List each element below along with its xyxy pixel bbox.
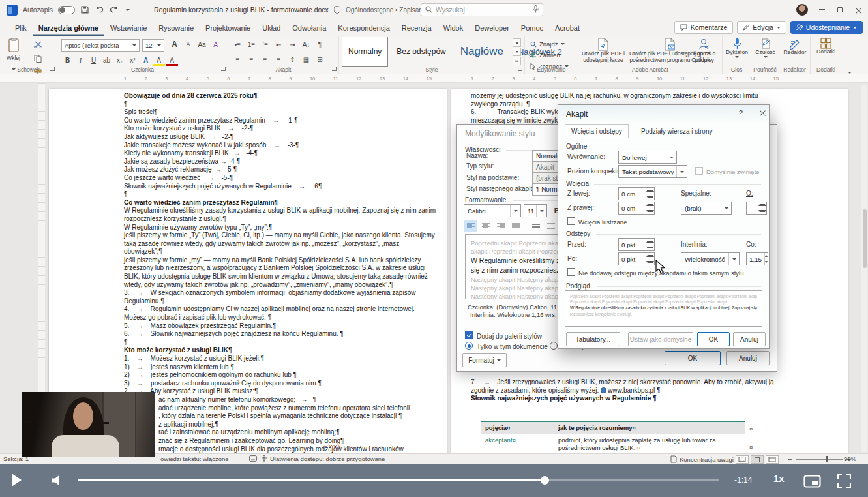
web-layout-icon[interactable] (766, 455, 779, 464)
voice-search-mic-icon[interactable] (533, 4, 539, 16)
change-case-icon[interactable]: Aa (196, 38, 208, 50)
tab-układ[interactable]: Układ (256, 21, 286, 36)
editor-button[interactable]: Redaktor (779, 38, 811, 56)
superscript-icon[interactable]: x² (127, 54, 139, 66)
cut-icon[interactable] (34, 39, 42, 51)
spacing-before-spinner[interactable]: 0 pkt (618, 238, 655, 251)
special-indent-dropdown[interactable]: (brak) (681, 202, 732, 215)
sensitivity-button[interactable]: Czułość (751, 38, 779, 58)
share-button[interactable]: Udostępnianie (790, 21, 863, 34)
new-documents-radio[interactable] (550, 342, 558, 350)
zoom-slider[interactable]: − + (788, 455, 851, 463)
scrollbar-thumb[interactable] (863, 209, 867, 268)
modify-ok-button[interactable]: OK (665, 351, 721, 365)
pip-icon[interactable] (803, 475, 821, 490)
format-size-dropdown[interactable]: 11 (524, 204, 547, 217)
undo-icon[interactable] (95, 5, 104, 14)
style-bez-odstępów[interactable]: Bez odstępów (391, 37, 451, 67)
modify-cancel-button[interactable]: Anuluj (726, 351, 770, 365)
playback-speed[interactable]: 1x (773, 473, 785, 484)
numbering-icon[interactable]: 1≡ (245, 38, 258, 50)
sort-icon[interactable]: A↕ (300, 38, 312, 50)
line-spacing-dropdown[interactable]: Wielokrotność (681, 252, 740, 265)
minimize-icon[interactable] (817, 5, 826, 14)
maximize-icon[interactable] (835, 5, 845, 14)
outline-level-dropdown[interactable]: Tekst podstawowy (618, 165, 687, 178)
text-effects-icon[interactable]: A (140, 54, 152, 66)
zoom-level[interactable]: 98% (844, 455, 856, 462)
text-predictions-status[interactable]: owiedzi tekstu: włączone (160, 455, 229, 462)
document-scrollbar[interactable] (861, 85, 867, 452)
tab-narzędzia-główne[interactable]: Narzędzia główne (33, 21, 104, 36)
line-spacing-at-spinner[interactable]: 1,15 (746, 252, 768, 265)
increase-indent-icon[interactable]: ⇥ (286, 38, 299, 50)
mirror-indents-checkbox[interactable] (567, 217, 575, 225)
no-space-same-style-checkbox[interactable] (567, 268, 575, 276)
shading-icon[interactable]: ▦ (300, 53, 312, 65)
style-normalny[interactable]: Normalny (342, 37, 388, 67)
italic-icon[interactable]: I (74, 54, 87, 66)
create-pdf-link-button[interactable]: Utwórz plik PDF iudostępnij łącze (580, 38, 627, 63)
tab-acrobat[interactable]: Acrobat (549, 21, 586, 36)
bullets-icon[interactable]: •≡ (232, 38, 244, 50)
highlight-icon[interactable]: A (153, 54, 165, 66)
subscript-icon[interactable]: x₂ (113, 54, 126, 66)
dictate-button[interactable]: Dyktafon (723, 38, 751, 58)
format-font-dropdown[interactable]: Calibri (464, 204, 521, 217)
line-spacing-icon[interactable]: ⇕ (286, 53, 299, 65)
align-right-icon[interactable]: ≡ (259, 53, 271, 65)
dialog-launcher-icon[interactable] (518, 67, 522, 71)
tab-widok[interactable]: Widok (438, 21, 470, 36)
tab-plik[interactable]: Plik (9, 21, 33, 36)
strikethrough-icon[interactable]: ab (100, 54, 113, 66)
tab-korespondencja[interactable]: Korespondencja (332, 21, 396, 36)
replace-button[interactable]: Zamień (530, 50, 569, 60)
styles-more-icon[interactable]: ≂ (513, 57, 521, 65)
dialog-launcher-icon[interactable] (332, 67, 337, 71)
accessibility-status[interactable]: Ułatwienia dostępu: dobrze przygotowane (261, 455, 385, 462)
dialog-launcher-icon[interactable] (221, 67, 226, 71)
paragraph-dialog[interactable]: Akapit ? Wcięcia i odstępy Podziały wier… (558, 104, 770, 349)
volume-icon[interactable] (52, 475, 62, 489)
copy-icon[interactable] (34, 53, 42, 65)
autosave-toggle[interactable] (58, 6, 75, 14)
borders-icon[interactable]: ⊞ (314, 53, 326, 65)
tab-indents-spacing[interactable]: Wcięcia i odstępy (565, 124, 629, 138)
align-center-icon[interactable]: ≡ (245, 53, 258, 65)
show-marks-icon[interactable]: ¶ (314, 38, 326, 50)
link-globe-icon[interactable] (601, 387, 606, 393)
horizontal-ruler[interactable]: 123456789101112131415 123456789101112131… (0, 74, 868, 83)
print-layout-icon[interactable] (751, 455, 764, 464)
tab-deweloper[interactable]: Deweloper (469, 21, 515, 36)
save-icon[interactable] (80, 5, 89, 14)
font-size-combobox[interactable]: 12 (142, 39, 164, 52)
alignment-dropdown[interactable]: Do lewej (618, 151, 677, 164)
justify-button[interactable] (509, 220, 522, 232)
format-menu-button[interactable]: Formatuj (462, 353, 507, 367)
paragraph-ok-button[interactable]: OK (697, 332, 730, 346)
spacing-after-spinner[interactable]: 0 pkt (618, 252, 655, 265)
tabs-button[interactable]: Tabulatory... (566, 332, 620, 346)
font-color-icon[interactable]: A (166, 54, 178, 66)
read-mode-icon[interactable] (736, 455, 749, 464)
decrease-indent-icon[interactable]: ⇤ (273, 38, 285, 50)
tab-line-page-breaks[interactable]: Podziały wiersza i strony (635, 124, 718, 138)
request-signatures-button[interactable]: Poproś opodpisy (688, 38, 721, 63)
play-icon[interactable] (10, 473, 22, 490)
close-icon[interactable] (854, 5, 863, 14)
qat-more-icon[interactable] (123, 5, 132, 14)
multilevel-list-icon[interactable]: ⁝≡ (259, 38, 271, 50)
editing-mode-button[interactable]: Edycja (737, 21, 786, 34)
help-icon[interactable]: ? (739, 109, 743, 117)
comments-button[interactable]: Komentarze (674, 21, 734, 34)
tab-recenzja[interactable]: Recenzja (396, 21, 438, 36)
style-nagłówe[interactable]: Nagłówe (455, 37, 509, 67)
tab-rysowanie[interactable]: Rysowanie (153, 21, 200, 36)
redo-icon[interactable] (109, 5, 118, 14)
styles-scroll-up-icon[interactable] (513, 38, 521, 47)
font-name-combobox[interactable]: Aptos (Tekst podsta (61, 39, 140, 52)
tab-projektowanie[interactable]: Projektowanie (200, 21, 256, 36)
find-button[interactable]: Znajdź (530, 39, 569, 49)
paragraph-cancel-button[interactable]: Anuluj (733, 332, 766, 346)
justify-icon[interactable]: ≡ (273, 53, 285, 65)
